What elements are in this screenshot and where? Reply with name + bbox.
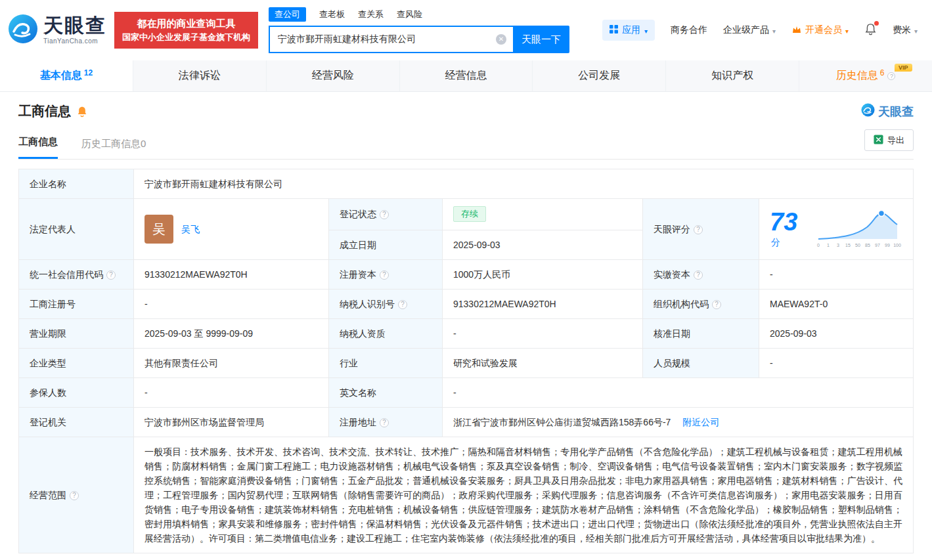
info-icon[interactable] (694, 270, 703, 280)
svg-text:97: 97 (875, 243, 880, 248)
info-icon[interactable] (106, 270, 116, 280)
table-row: 工商注册号 - 纳税人识别号 91330212MAEWA92T0H 组织机构代码… (19, 290, 914, 319)
subtabs-bar: 工商信息 历史工商信息0 导出 (18, 132, 914, 160)
info-icon[interactable] (380, 270, 389, 280)
field-value-org-code: MAEWA92T-0 (759, 290, 914, 319)
brand-watermark: 天眼查 (861, 103, 914, 120)
info-icon[interactable] (380, 418, 389, 427)
tab-history-info-count: 6 (880, 68, 885, 77)
info-icon[interactable] (380, 210, 389, 219)
top-right-menu: 应用 商务合作 企业级产品 开通会员 费米 (602, 20, 918, 41)
notification-dot (874, 21, 879, 26)
crown-icon (791, 25, 802, 36)
field-value-paid-capital: - (759, 260, 914, 290)
svg-text:50: 50 (855, 243, 860, 248)
table-row: 企业类型 其他有限责任公司 行业 研究和试验发展 人员规模 - (19, 349, 914, 378)
tianyancha-logo[interactable]: 天眼查 TianYanCha.com (8, 14, 106, 47)
subtab-current-info[interactable]: 工商信息 (18, 136, 58, 159)
field-value-company-name: 宁波市鄞开雨虹建材科技有限公司 (134, 169, 914, 199)
field-label-legal-rep: 法定代表人 (19, 199, 134, 260)
export-button[interactable]: 导出 (864, 129, 914, 151)
field-value-approved-date: 2025-09-03 (759, 319, 914, 349)
field-value-business-term: 2025-09-03 至 9999-09-09 (134, 319, 329, 349)
tab-history-info-label: 历史信息 (836, 69, 878, 83)
open-vip-label: 开通会员 (805, 24, 842, 36)
legal-rep-avatar[interactable]: 吴 (144, 215, 173, 244)
promo-line2: 国家中小企业发展子基金旗下机构 (122, 30, 250, 44)
chevron-down-icon (845, 25, 849, 35)
promo-line1: 都在用的商业查询工具 (122, 16, 250, 30)
search-tab-boss[interactable]: 查老板 (319, 9, 345, 20)
user-menu[interactable]: 费米 (893, 24, 918, 36)
table-row: 法定代表人 吴 吴飞 登记状态 存续 天眼评分 73分 (19, 199, 914, 230)
field-label-established-date: 成立日期 (329, 230, 443, 260)
svg-text:0: 0 (817, 243, 820, 248)
info-icon[interactable] (694, 225, 703, 234)
table-row: 营业期限 2025-09-03 至 9999-09-09 纳税人资质 - 核准日… (19, 319, 914, 349)
clear-search-icon[interactable] (496, 34, 506, 45)
field-value-reg-capital: 1000万人民币 (443, 260, 643, 290)
field-label-taxpayer-id: 纳税人识别号 (329, 290, 443, 319)
field-label-score: 天眼评分 (643, 199, 759, 260)
tab-company-development[interactable]: 公司发展 (533, 60, 666, 91)
enterprise-products-menu[interactable]: 企业级产品 (723, 24, 776, 36)
main-content: 工商信息 天眼查 工商信息 历史工商信息0 (0, 102, 932, 553)
legal-rep-link[interactable]: 吴飞 (181, 222, 200, 236)
field-label-credit-code: 统一社会信用代码 (19, 260, 134, 290)
info-icon[interactable] (887, 72, 895, 80)
field-label-approved-date: 核准日期 (643, 319, 759, 349)
search-input[interactable] (269, 26, 513, 53)
field-value-taxpayer-qualification: - (443, 319, 643, 349)
subtab-history-info[interactable]: 历史工商信息0 (81, 138, 146, 159)
tab-operating-risk[interactable]: 经营风险 (267, 60, 400, 91)
field-label-reg-capital: 注册资本 (329, 260, 443, 290)
tab-intellectual-property[interactable]: 知识产权 (666, 60, 799, 91)
field-label-industry: 行业 (329, 349, 443, 378)
field-label-reg-status: 登记状态 (329, 199, 443, 230)
field-label-org-code: 组织机构代码 (643, 290, 759, 319)
apps-menu[interactable]: 应用 (602, 20, 655, 41)
score-unit: 分 (771, 237, 780, 248)
score-number: 73 (770, 208, 797, 236)
open-vip-menu[interactable]: 开通会员 (791, 24, 849, 36)
table-row: 参保人数 - 英文名称 - (19, 378, 914, 408)
company-nav-tabs: 基本信息 12 法律诉讼 经营风险 经营信息 公司发展 知识产权 历史信息 6 … (0, 60, 932, 92)
tab-company-development-label: 公司发展 (578, 69, 620, 83)
field-value-reg-status: 存续 (443, 199, 643, 230)
svg-text:15: 15 (845, 243, 851, 248)
table-row: 经营范围 一般项目：技术服务、技术开发、技术咨询、技术交流、技术转让、技术推广；… (19, 437, 914, 553)
logo-domain: TianYanCha.com (43, 38, 106, 45)
search-tab-risk[interactable]: 查风险 (397, 9, 422, 20)
tab-operating-info[interactable]: 经营信息 (400, 60, 533, 91)
field-value-taxpayer-id: 91330212MAEWA92T0H (443, 290, 643, 319)
field-value-company-type: 其他有限责任公司 (134, 349, 329, 378)
info-icon[interactable] (398, 300, 407, 309)
subscribe-bell-icon[interactable] (76, 106, 88, 118)
tab-basic-info-label: 基本信息 (40, 69, 82, 83)
field-value-registration-authority: 宁波市鄞州区市场监督管理局 (134, 408, 329, 437)
search-button[interactable]: 天眼一下 (513, 26, 569, 53)
business-cooperation-link[interactable]: 商务合作 (671, 24, 707, 36)
notifications-bell[interactable] (864, 23, 877, 37)
field-value-insured-count: - (134, 378, 329, 408)
info-icon[interactable] (712, 300, 721, 309)
table-row: 统一社会信用代码 91330212MAEWA92T0H 注册资本 1000万人民… (19, 260, 914, 290)
nearby-companies-link[interactable]: 附近公司 (682, 417, 719, 427)
info-icon[interactable] (70, 491, 79, 500)
tab-basic-info-count: 12 (84, 68, 93, 77)
chevron-down-icon (772, 25, 776, 35)
tab-basic-info[interactable]: 基本信息 12 (0, 60, 133, 91)
tab-history-info[interactable]: 历史信息 6 VIP (799, 60, 932, 91)
tab-legal-lawsuits[interactable]: 法律诉讼 (133, 60, 267, 91)
field-value-established-date: 2025-09-03 (443, 230, 643, 260)
search-tab-relation[interactable]: 查关系 (358, 9, 384, 20)
section-title: 工商信息 (18, 102, 71, 120)
apps-label: 应用 (622, 24, 640, 36)
field-label-company-type: 企业类型 (19, 349, 134, 378)
field-label-company-name: 企业名称 (19, 169, 134, 199)
search-tab-company[interactable]: 查公司 (269, 7, 306, 22)
username: 费米 (893, 24, 911, 36)
chevron-down-icon (644, 25, 648, 35)
status-badge: 存续 (453, 206, 486, 222)
svg-text:85: 85 (865, 243, 870, 248)
